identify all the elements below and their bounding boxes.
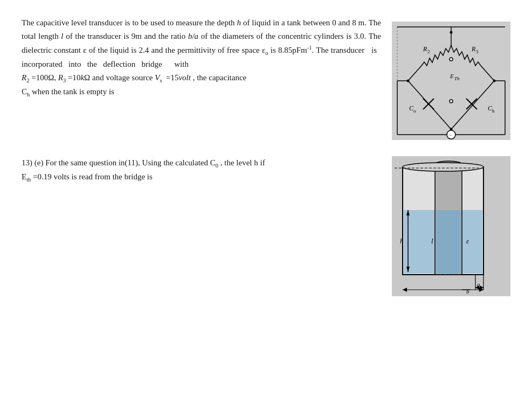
top-text-content: The capacitive level transducer is to be… [22,16,381,140]
svg-text:h: h [492,108,495,114]
svg-point-25 [450,100,453,103]
svg-rect-43 [436,210,461,274]
tank-svg: h l ε a b [392,156,510,296]
svg-text:ε: ε [466,237,469,245]
paragraph-bottom: 13) (e) For the same question in(11), Us… [22,156,381,185]
bridge-circuit-diagram: R 2 R 3 C o [392,22,510,140]
svg-text:E: E [450,73,454,79]
svg-text:2: 2 [427,49,430,54]
svg-text:h: h [400,237,404,245]
bridge-circuit-svg: R 2 R 3 C o [392,22,510,140]
svg-text:b: b [466,288,469,295]
svg-text:R: R [471,45,476,53]
bottom-text-content: 13) (e) For the same question in(11), Us… [22,156,381,296]
svg-text:~: ~ [449,132,452,138]
svg-point-24 [450,58,453,61]
top-section: The capacitive level transducer is to be… [22,16,510,140]
paragraph-top: The capacitive level transducer is to be… [22,16,381,99]
svg-text:Th: Th [454,76,460,81]
svg-point-44 [403,163,483,171]
page: The capacitive level transducer is to be… [0,0,532,412]
svg-text:o: o [413,108,416,114]
tank-diagram: h l ε a b [392,156,510,296]
svg-text:l: l [431,237,433,245]
bottom-section: 13) (e) For the same question in(11), Us… [22,156,510,296]
svg-text:R: R [423,45,427,53]
svg-text:3: 3 [476,49,479,54]
